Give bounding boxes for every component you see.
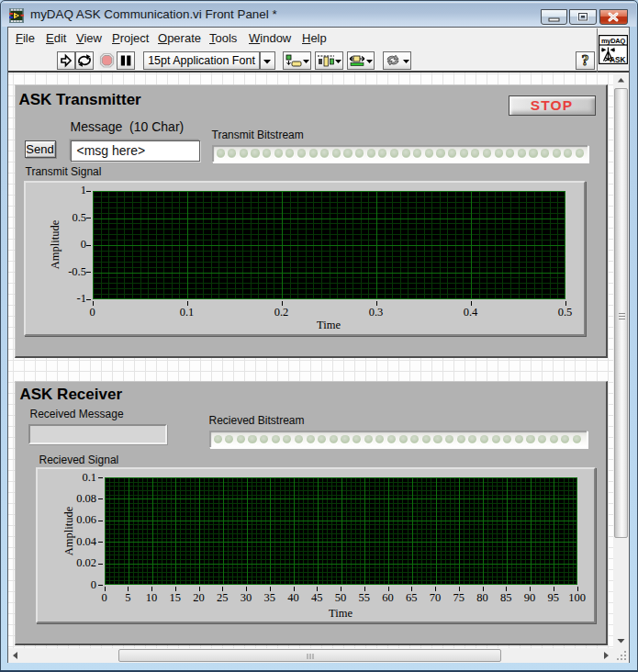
svg-text:ASK: ASK [610, 56, 625, 64]
svg-text:myDAQ: myDAQ [601, 37, 626, 45]
